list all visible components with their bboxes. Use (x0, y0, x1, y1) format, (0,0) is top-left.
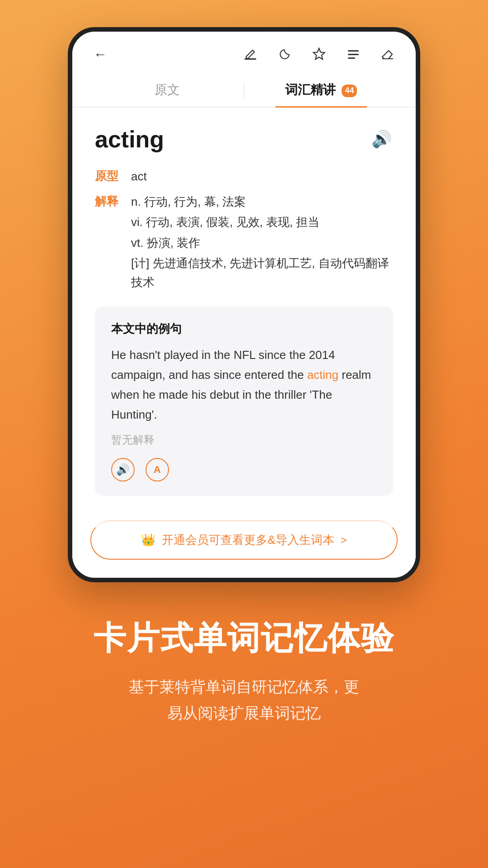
svg-rect-3 (348, 57, 355, 59)
edit-icon (243, 47, 258, 62)
svg-rect-1 (348, 50, 359, 52)
example-actions: 🔊 A (111, 458, 377, 481)
root-label: 原型 (95, 167, 131, 184)
vocabulary-badge: 44 (342, 85, 357, 97)
promo-section: 卡片式单词记忆体验 基于莱特背单词自研记忆体系，更易从阅读扩展单词记忆 (66, 582, 422, 771)
moon-icon-button[interactable] (275, 44, 295, 64)
tab-bar: 原文 词汇精讲 44 (72, 73, 416, 108)
example-highlight: acting (307, 368, 338, 382)
example-speaker-button[interactable]: 🔊 (111, 458, 135, 481)
list-icon (346, 47, 361, 62)
crown-icon: 👑 (141, 533, 155, 547)
example-translate-button[interactable]: A (145, 458, 169, 481)
example-text: He hasn't played in the NFL since the 20… (111, 345, 377, 425)
word-title: acting (95, 126, 164, 153)
meaning-values: n. 行动, 行为, 幕, 法案 vi. 行动, 表演, 假装, 见效, 表现,… (131, 193, 393, 294)
eraser-icon-button[interactable] (378, 44, 398, 64)
phone-frame: ← (68, 27, 420, 582)
speaker-button[interactable]: 🔊 (370, 127, 393, 151)
promo-title: 卡片式单词记忆体验 (94, 618, 394, 657)
example-box: 本文中的例句 He hasn't played in the NFL since… (95, 307, 393, 496)
meaning-2: vt. 扮演, 装作 (131, 234, 393, 253)
vip-button[interactable]: 👑 开通会员可查看更多&导入生词本 > (90, 520, 398, 560)
meaning-1: vi. 行动, 表演, 假装, 见效, 表现, 担当 (131, 213, 393, 232)
svg-rect-2 (348, 54, 359, 55)
top-bar: ← (72, 32, 416, 73)
speaker-icon: 🔊 (371, 130, 392, 149)
dictionary-content: acting 🔊 原型 act 解释 n. 行动, 行为, 幕, 法案 vi. … (72, 108, 416, 509)
meaning-row: 解释 n. 行动, 行为, 幕, 法案 vi. 行动, 表演, 假装, 见效, … (95, 193, 393, 294)
star-icon-button[interactable] (309, 44, 329, 64)
eraser-icon (380, 46, 396, 62)
edit-icon-button[interactable] (240, 44, 260, 64)
tab-original[interactable]: 原文 (90, 73, 244, 107)
example-speaker-icon: 🔊 (116, 463, 130, 476)
vip-button-label: 开通会员可查看更多&导入生词本 (162, 532, 334, 548)
root-value: act (131, 167, 393, 186)
example-translate-icon: A (154, 464, 161, 476)
example-before: He hasn't played in the NFL since the 20… (111, 348, 335, 382)
meaning-0: n. 行动, 行为, 幕, 法案 (131, 193, 393, 212)
bottom-bar: 👑 开通会员可查看更多&导入生词本 > (72, 509, 416, 578)
root-row: 原型 act (95, 167, 393, 186)
list-icon-button[interactable] (343, 44, 363, 64)
chevron-right-icon: > (341, 534, 347, 547)
example-note: 暂无解释 (111, 433, 377, 447)
back-button[interactable]: ← (90, 44, 110, 64)
meaning-3: [计] 先进通信技术, 先进计算机工艺, 自动代码翻译技术 (131, 254, 393, 292)
moon-icon (277, 47, 292, 61)
example-title: 本文中的例句 (111, 321, 377, 337)
meaning-label: 解释 (95, 193, 131, 209)
star-icon (311, 47, 327, 62)
promo-subtitle: 基于莱特背单词自研记忆体系，更易从阅读扩展单词记忆 (94, 674, 394, 726)
word-row: acting 🔊 (95, 126, 393, 153)
tab-vocabulary[interactable]: 词汇精讲 44 (244, 73, 398, 107)
back-arrow-icon: ← (94, 47, 107, 62)
